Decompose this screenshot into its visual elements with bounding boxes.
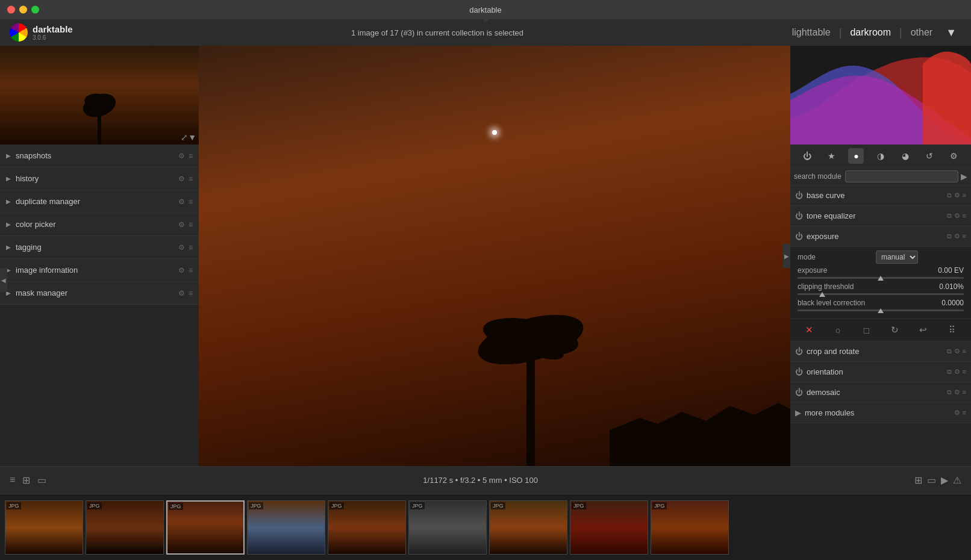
settings-icon[interactable]: ⚙ bbox=[954, 212, 960, 220]
settings-icon[interactable]: ⚙ bbox=[178, 289, 185, 297]
settings-icon[interactable]: ⚙ bbox=[954, 347, 960, 355]
sidebar-item-history[interactable]: ▶ history ⚙ ≡ bbox=[0, 167, 199, 190]
sidebar-item-duplicate-manager[interactable]: ▶ duplicate manager ⚙ ≡ bbox=[0, 190, 199, 213]
settings-icon[interactable]: ⚙ bbox=[178, 266, 185, 275]
sidebar-collapse-right-icon[interactable]: ▶ bbox=[783, 244, 790, 268]
module-row-demosaic[interactable]: ⏻ demosaic ⧉ ⚙ ≡ bbox=[790, 382, 971, 403]
blend-circle-icon[interactable]: ○ bbox=[831, 323, 845, 337]
copy-icon[interactable]: ⧉ bbox=[947, 232, 952, 240]
module-icon-star[interactable]: ★ bbox=[824, 148, 840, 164]
settings-icon[interactable]: ⚙ bbox=[178, 152, 185, 160]
display-icon[interactable]: ▭ bbox=[37, 474, 46, 486]
menu-icon[interactable]: ≡ bbox=[963, 232, 966, 240]
settings-icon[interactable]: ⚙ bbox=[178, 243, 185, 252]
menu-icon[interactable]: ≡ bbox=[189, 266, 193, 275]
search-go-icon[interactable]: ▶ bbox=[961, 172, 967, 181]
sidebar-item-snapshots[interactable]: ▶ snapshots ⚙ ≡ bbox=[0, 145, 199, 167]
module-row-more-modules[interactable]: ▶ more modules ⚙ ≡ bbox=[790, 403, 971, 423]
settings-icon[interactable]: ⚙ bbox=[954, 191, 960, 199]
settings-icon[interactable]: ⚙ bbox=[178, 198, 185, 206]
module-power-base-curve[interactable]: ⏻ bbox=[795, 191, 803, 200]
menu-icon[interactable]: ≡ bbox=[963, 212, 966, 220]
hamburger-icon[interactable]: ≡ bbox=[10, 474, 15, 486]
module-icon-halfcircle[interactable]: ◑ bbox=[873, 148, 888, 164]
nav-darkroom[interactable]: darkroom bbox=[844, 25, 897, 40]
color-grid-icon[interactable]: ⊞ bbox=[914, 474, 922, 486]
settings-icon[interactable]: ⚙ bbox=[954, 368, 960, 376]
maximize-button[interactable] bbox=[31, 6, 39, 14]
blend-square-icon[interactable]: □ bbox=[859, 323, 873, 337]
sidebar-item-image-information[interactable]: ▶ image information ⚙ ≡ bbox=[0, 259, 199, 282]
exposure-slider[interactable] bbox=[798, 277, 964, 279]
warning-icon[interactable]: ⚠ bbox=[953, 474, 961, 486]
sidebar-collapse-left-icon[interactable]: ◀ bbox=[0, 268, 7, 292]
menu-icon[interactable]: ≡ bbox=[189, 289, 193, 297]
filmstrip-thumb-7[interactable]: JPG bbox=[489, 500, 567, 555]
center-image-area[interactable]: ▶ bbox=[199, 46, 790, 466]
sidebar-item-mask-manager[interactable]: ▶ mask manager ⚙ ≡ bbox=[0, 282, 199, 305]
grid-icon[interactable]: ⊞ bbox=[22, 474, 30, 486]
module-row-tone-equalizer[interactable]: ⏻ tone equalizer ⧉ ⚙ ≡ bbox=[790, 206, 971, 226]
menu-icon[interactable]: ≡ bbox=[963, 191, 966, 199]
nav-other[interactable]: other bbox=[905, 25, 938, 40]
display-mode-icon[interactable]: ▭ bbox=[927, 474, 936, 486]
blend-grid-icon[interactable]: ⠿ bbox=[944, 323, 959, 337]
black-level-slider[interactable] bbox=[798, 310, 964, 311]
blend-close-icon[interactable]: ✕ bbox=[802, 323, 817, 337]
module-row-crop-rotate[interactable]: ⏻ crop and rotate ⧉ ⚙ ≡ bbox=[790, 341, 971, 362]
menu-icon[interactable]: ≡ bbox=[189, 175, 193, 183]
menu-icon[interactable]: ≡ bbox=[189, 198, 193, 206]
copy-icon[interactable]: ⧉ bbox=[947, 388, 952, 396]
blend-undo-icon[interactable]: ↩ bbox=[916, 323, 931, 337]
filmstrip-thumb-1[interactable]: JPG bbox=[5, 500, 83, 555]
module-icon-gear[interactable]: ⚙ bbox=[946, 148, 962, 164]
filmstrip-thumb-4[interactable]: JPG bbox=[247, 500, 325, 555]
copy-icon[interactable]: ⧉ bbox=[947, 347, 952, 355]
blend-rotate-icon[interactable]: ↻ bbox=[888, 323, 902, 337]
module-power-demosaic[interactable]: ⏻ bbox=[795, 388, 803, 397]
module-row-exposure[interactable]: ⏻ exposure ⧉ ⚙ ≡ bbox=[790, 226, 971, 247]
copy-icon[interactable]: ⧉ bbox=[947, 191, 952, 199]
module-power-orientation[interactable]: ⏻ bbox=[795, 367, 803, 376]
menu-icon[interactable]: ≡ bbox=[963, 409, 966, 417]
settings-icon[interactable]: ⚙ bbox=[954, 232, 960, 240]
preview-expand-icon[interactable]: ⤢▼ bbox=[181, 132, 196, 142]
settings-icon[interactable]: ⚙ bbox=[178, 220, 185, 229]
close-button[interactable] bbox=[7, 6, 15, 14]
search-module-input[interactable] bbox=[845, 170, 958, 182]
nav-lighttable[interactable]: lighttable bbox=[786, 25, 837, 40]
copy-icon[interactable]: ⧉ bbox=[947, 368, 952, 376]
play-icon[interactable]: ▶ bbox=[941, 474, 948, 486]
minimize-button[interactable] bbox=[19, 6, 27, 14]
settings-icon[interactable]: ⚙ bbox=[178, 175, 185, 183]
filmstrip-thumb-3[interactable]: JPG bbox=[166, 500, 245, 555]
menu-icon[interactable]: ≡ bbox=[963, 368, 966, 376]
exposure-mode-select[interactable]: manual bbox=[876, 250, 918, 264]
module-power-exposure[interactable]: ⏻ bbox=[795, 232, 803, 241]
clipping-slider[interactable] bbox=[798, 293, 964, 295]
copy-icon[interactable]: ⧉ bbox=[947, 212, 952, 220]
settings-icon[interactable]: ⚙ bbox=[954, 409, 960, 417]
sidebar-item-color-picker[interactable]: ▶ color picker ⚙ ≡ bbox=[0, 213, 199, 236]
menu-icon[interactable]: ≡ bbox=[189, 220, 193, 229]
module-power-tone-equalizer[interactable]: ⏻ bbox=[795, 211, 803, 220]
module-icon-circle[interactable]: ● bbox=[848, 148, 864, 164]
module-icon-refresh[interactable]: ↺ bbox=[922, 148, 937, 164]
nav-dropdown-icon[interactable]: ▼ bbox=[941, 24, 961, 42]
module-row-orientation[interactable]: ⏻ orientation ⧉ ⚙ ≡ bbox=[790, 362, 971, 382]
menu-icon[interactable]: ≡ bbox=[189, 243, 193, 252]
module-icon-color[interactable]: ◕ bbox=[898, 148, 913, 164]
filmstrip-thumb-8[interactable]: JPG bbox=[570, 500, 648, 555]
filmstrip-thumb-2[interactable]: JPG bbox=[86, 500, 164, 555]
menu-icon[interactable]: ≡ bbox=[963, 388, 966, 396]
menu-icon[interactable]: ≡ bbox=[963, 347, 966, 355]
module-icon-power[interactable]: ⏻ bbox=[799, 148, 815, 164]
sidebar-item-tagging[interactable]: ▶ tagging ⚙ ≡ bbox=[0, 236, 199, 259]
module-power-crop-rotate[interactable]: ⏻ bbox=[795, 347, 803, 356]
filmstrip-thumb-6[interactable]: JPG bbox=[408, 500, 487, 555]
filmstrip-thumb-5[interactable]: JPG bbox=[328, 500, 406, 555]
filmstrip-thumb-9[interactable]: JPG bbox=[651, 500, 729, 555]
menu-icon[interactable]: ≡ bbox=[189, 152, 193, 160]
settings-icon[interactable]: ⚙ bbox=[954, 388, 960, 396]
module-row-base-curve[interactable]: ⏻ base curve ⧉ ⚙ ≡ bbox=[790, 185, 971, 206]
